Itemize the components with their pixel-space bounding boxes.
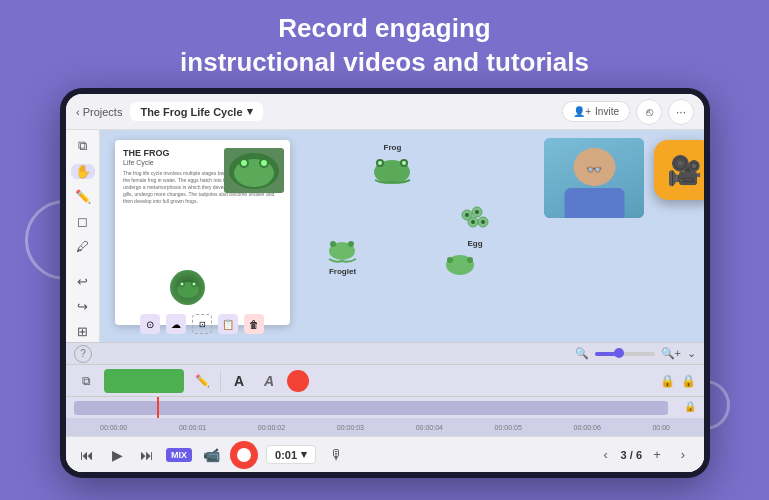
tablet-screen: 🎥 ‹ Projects The Frog Life Cycle ▾ 👤+ In… xyxy=(66,94,704,472)
svg-point-28 xyxy=(447,257,453,263)
svg-point-23 xyxy=(465,213,469,217)
chevron-left-icon: ‹ xyxy=(76,106,80,118)
frog-image xyxy=(224,148,284,193)
projects-label: Projects xyxy=(83,106,123,118)
time-markers: 00:00:00 00:00:01 00:00:02 00:00:03 00:0… xyxy=(66,418,704,436)
eraser-tool-button[interactable]: ◻ xyxy=(71,214,95,229)
svg-point-24 xyxy=(475,210,479,214)
header-line1: Record engaging xyxy=(0,12,769,46)
undo-button[interactable]: ↩ xyxy=(71,274,95,289)
timeline-playhead-2 xyxy=(157,397,159,418)
pen-tool-btn[interactable]: ✏️ xyxy=(190,369,214,393)
green-track-segment xyxy=(104,369,184,393)
skip-forward-button[interactable]: ⏭ xyxy=(136,444,158,466)
current-tab[interactable]: The Frog Life Cycle ▾ xyxy=(130,102,262,121)
text-tool-btn[interactable]: A xyxy=(227,369,251,393)
copy-tool-btn[interactable]: ⧉ xyxy=(74,369,98,393)
camera-fab-button[interactable]: 🎥 xyxy=(654,140,704,200)
canvas-tool-3[interactable]: ⊡ xyxy=(192,314,212,334)
tadpole xyxy=(440,250,480,284)
separator-1 xyxy=(220,371,221,391)
time-dropdown-icon[interactable]: ▾ xyxy=(301,448,307,461)
canvas-tool-4[interactable]: 📋 xyxy=(218,314,238,334)
video-toggle-button[interactable]: 📹 xyxy=(200,444,222,466)
highlighter-tool-button[interactable]: 🖊 xyxy=(71,239,95,254)
frog-label: Frog xyxy=(370,143,415,191)
share-icon: ⎋ xyxy=(646,105,653,119)
ellipsis-icon: ··· xyxy=(676,105,686,119)
zoom-slider[interactable] xyxy=(595,352,655,356)
time-4: 00:00:04 xyxy=(416,424,443,431)
record-dot xyxy=(237,448,251,462)
edit-toolbar: ⧉ ✏️ A A 🔒 🔒 xyxy=(66,364,704,396)
back-to-projects-button[interactable]: ‹ Projects xyxy=(76,106,122,118)
svg-point-4 xyxy=(241,160,247,166)
tablet-frame: 🎥 ‹ Projects The Frog Life Cycle ▾ 👤+ In… xyxy=(60,88,710,478)
top-bar-actions: 👤+ Invite ⎋ ··· xyxy=(562,99,694,125)
user-plus-icon: 👤+ xyxy=(573,106,591,117)
page-navigation: ‹ 3 / 6 + › xyxy=(595,444,694,466)
redo-button[interactable]: ↪ xyxy=(71,299,95,314)
froglet-label: Froglet xyxy=(325,235,360,276)
play-pause-button[interactable]: ▶ xyxy=(106,444,128,466)
layers-button[interactable]: ⊞ xyxy=(71,324,95,339)
time-6: 00:00:06 xyxy=(574,424,601,431)
canvas-tools: ⊙ ☁ ⊡ 📋 🗑 xyxy=(140,314,264,334)
header-section: Record engaging instructional videos and… xyxy=(0,12,769,80)
lock-upper-icon[interactable]: 🔒 xyxy=(660,374,675,388)
pencil-tool-button[interactable]: ✏️ xyxy=(71,189,95,204)
share-button[interactable]: ⎋ xyxy=(636,99,662,125)
record-indicator xyxy=(287,370,309,392)
svg-point-29 xyxy=(467,257,473,263)
svg-point-15 xyxy=(402,161,406,165)
canvas-tool-delete[interactable]: 🗑 xyxy=(244,314,264,334)
current-time: 0:01 xyxy=(275,449,297,461)
hand-tool-button[interactable]: ✋ xyxy=(71,164,95,179)
egg-label: Egg xyxy=(455,200,495,248)
prev-page-button[interactable]: ‹ xyxy=(595,444,617,466)
time-3: 00:00:03 xyxy=(337,424,364,431)
svg-point-5 xyxy=(261,160,267,166)
lock-lower-icon[interactable]: 🔒 xyxy=(681,374,696,388)
svg-point-18 xyxy=(348,241,354,247)
zoom-in-icon[interactable]: 🔍+ xyxy=(661,347,681,360)
slide-canvas: THE FROG Life Cycle xyxy=(100,130,704,342)
microphone-button[interactable]: 🎙 xyxy=(324,442,350,468)
add-page-button[interactable]: + xyxy=(646,444,668,466)
svg-point-14 xyxy=(378,161,382,165)
next-page-button[interactable]: › xyxy=(672,444,694,466)
header-line2: instructional videos and tutorials xyxy=(0,46,769,80)
slide-document: THE FROG Life Cycle xyxy=(115,140,290,325)
time-5: 00:00:05 xyxy=(495,424,522,431)
invite-label: Invite xyxy=(595,106,619,117)
svg-point-26 xyxy=(471,220,475,224)
svg-point-17 xyxy=(330,241,336,247)
second-track-row: 🔒 xyxy=(66,396,704,418)
tab-label: The Frog Life Cycle xyxy=(140,106,242,118)
help-button[interactable]: ? xyxy=(74,345,92,363)
canvas-tool-2[interactable]: ☁ xyxy=(166,314,186,334)
main-canvas-area: ⧉ ✋ ✏️ ◻ 🖊 ↩ ↪ ⊞ 🔍 THE FROG Life xyxy=(66,130,704,342)
zoom-bar: ? 🔍 🔍+ ⌄ xyxy=(66,342,704,364)
time-display: 0:01 ▾ xyxy=(266,445,316,464)
copy-tool-button[interactable]: ⧉ xyxy=(71,138,95,154)
bottom-section: ? 🔍 🔍+ ⌄ ⧉ ✏️ A A xyxy=(66,342,704,472)
zoom-out-icon[interactable]: 🔍 xyxy=(575,347,589,360)
lock-track-icon[interactable]: 🔒 xyxy=(684,401,696,412)
time-2: 00:00:02 xyxy=(258,424,285,431)
playback-controls: ⏮ ▶ ⏭ MIX 📹 0:01 ▾ 🎙 ‹ 3 / xyxy=(66,436,704,472)
svg-point-9 xyxy=(180,282,183,285)
mix-badge: MIX xyxy=(166,448,192,462)
webcam-frame: 👓 xyxy=(544,138,644,218)
canvas-tool-1[interactable]: ⊙ xyxy=(140,314,160,334)
invite-button[interactable]: 👤+ Invite xyxy=(562,101,630,122)
skip-back-button[interactable]: ⏮ xyxy=(76,444,98,466)
svg-point-10 xyxy=(192,282,195,285)
time-end: 00:00 xyxy=(652,424,670,431)
zoom-expand-icon[interactable]: ⌄ xyxy=(687,347,696,360)
record-button[interactable] xyxy=(230,441,258,469)
text-serif-btn[interactable]: A xyxy=(257,369,281,393)
chevron-down-icon: ▾ xyxy=(247,105,253,118)
left-toolbar: ⧉ ✋ ✏️ ◻ 🖊 ↩ ↪ ⊞ 🔍 xyxy=(66,130,100,342)
more-options-button[interactable]: ··· xyxy=(668,99,694,125)
